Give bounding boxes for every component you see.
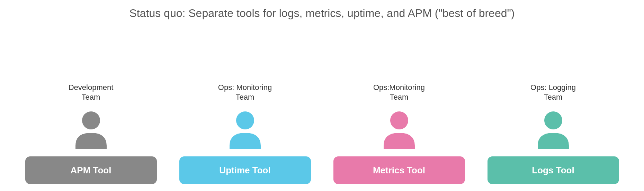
svg-point-3: [544, 111, 562, 129]
svg-point-0: [82, 111, 100, 129]
person-icon-metrics: [380, 109, 418, 151]
person-icon-uptime: [226, 109, 264, 151]
columns-container: Development Team APM Tool Ops: Monitorin…: [14, 29, 630, 184]
team-label-logs: Ops: Logging Team: [530, 83, 576, 102]
team-label-metrics: Ops:Monitoring Team: [373, 83, 425, 102]
tool-box-logs: Logs Tool: [488, 156, 619, 184]
column-metrics: Ops:Monitoring Team Metrics Tool: [327, 83, 472, 184]
svg-point-2: [390, 111, 408, 129]
column-apm: Development Team APM Tool: [18, 83, 164, 184]
team-label-apm: Development Team: [69, 83, 114, 102]
tool-box-uptime: Uptime Tool: [179, 156, 311, 184]
svg-point-1: [236, 111, 254, 129]
tool-box-apm: APM Tool: [25, 156, 157, 184]
person-icon-logs: [534, 109, 572, 151]
column-uptime: Ops: Monitoring Team Uptime Tool: [172, 83, 318, 184]
person-icon-apm: [72, 109, 110, 151]
team-label-uptime: Ops: Monitoring Team: [218, 83, 272, 102]
tool-box-metrics: Metrics Tool: [333, 156, 465, 184]
column-logs: Ops: Logging Team Logs Tool: [481, 83, 626, 184]
page-title: Status quo: Separate tools for logs, met…: [14, 7, 630, 20]
